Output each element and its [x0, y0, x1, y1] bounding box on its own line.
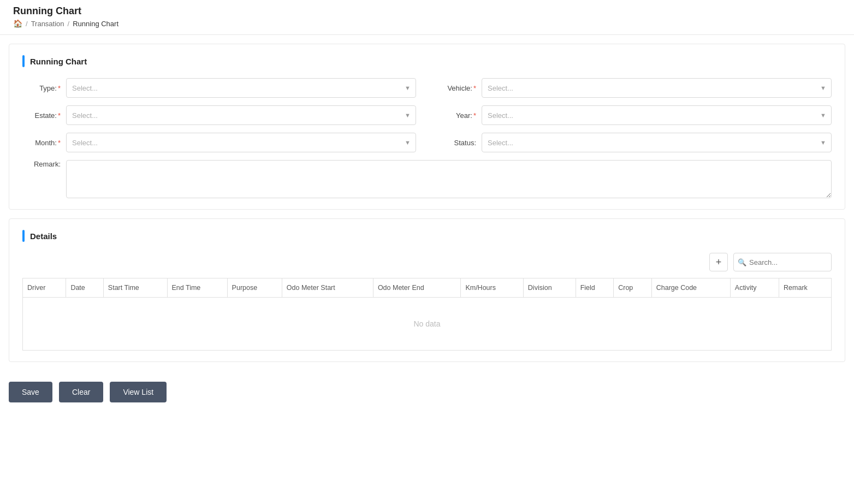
col-start-time: Start Time	[103, 278, 167, 298]
table-header-row: Driver Date Start Time End Time Purpose …	[23, 278, 832, 298]
col-field: Field	[576, 278, 614, 298]
breadcrumb-current: Running Chart	[73, 20, 118, 28]
col-charge-code: Charge Code	[651, 278, 730, 298]
estate-select[interactable]: Select...	[66, 105, 416, 125]
no-data-row: No data	[23, 298, 832, 351]
save-button[interactable]: Save	[9, 382, 52, 402]
col-odo-end: Odo Meter End	[373, 278, 460, 298]
breadcrumb: 🏠 / Transation / Running Chart	[13, 19, 841, 28]
type-row: Type:* Select... ▼	[22, 78, 416, 98]
month-select-wrapper: Select... ▼	[66, 133, 416, 152]
col-purpose: Purpose	[227, 278, 282, 298]
form-section-card: Running Chart Type:* Select... ▼ Vehicle…	[9, 44, 845, 210]
year-required: *	[473, 111, 476, 120]
status-row: Status: Select... ▼	[438, 133, 832, 152]
table-toolbar: + 🔍	[22, 253, 832, 271]
page-wrapper: Running Chart 🏠 / Transation / Running C…	[0, 0, 854, 504]
remark-label: Remark:	[22, 160, 61, 168]
footer-bar: Save Clear View List	[0, 371, 854, 413]
breadcrumb-section: Transation	[31, 20, 64, 28]
col-end-time: End Time	[167, 278, 227, 298]
page-title-bar: Running Chart 🏠 / Transation / Running C…	[0, 0, 854, 30]
year-select[interactable]: Select...	[482, 105, 832, 125]
vehicle-required: *	[473, 84, 476, 92]
breadcrumb-sep2: /	[68, 20, 70, 28]
month-required: *	[58, 139, 61, 147]
col-division: Division	[523, 278, 576, 298]
type-label: Type:*	[22, 84, 61, 92]
col-date: Date	[66, 278, 103, 298]
month-label: Month:*	[22, 139, 61, 147]
type-select[interactable]: Select...	[66, 78, 416, 98]
status-select-wrapper: Select... ▼	[482, 133, 832, 152]
details-accent-bar	[22, 230, 25, 242]
col-km-hours: Km/Hours	[461, 278, 523, 298]
vehicle-select[interactable]: Select...	[482, 78, 832, 98]
estate-select-wrapper: Select... ▼	[66, 105, 416, 125]
breadcrumb-sep1: /	[26, 20, 28, 28]
view-list-button[interactable]: View List	[110, 382, 167, 402]
col-remark: Remark	[779, 278, 832, 298]
col-crop: Crop	[614, 278, 652, 298]
page-title: Running Chart	[13, 5, 841, 17]
add-row-button[interactable]: +	[709, 253, 728, 271]
details-section-title: Details	[30, 232, 57, 241]
vehicle-label: Vehicle:*	[438, 84, 476, 92]
col-driver: Driver	[23, 278, 66, 298]
form-grid: Type:* Select... ▼ Vehicle:* Select...	[22, 78, 832, 152]
col-activity: Activity	[730, 278, 779, 298]
year-label: Year:*	[438, 111, 476, 120]
clear-button[interactable]: Clear	[59, 382, 103, 402]
search-input[interactable]	[733, 253, 832, 271]
form-section-title: Running Chart	[30, 57, 87, 66]
estate-row: Estate:* Select... ▼	[22, 105, 416, 125]
estate-label: Estate:*	[22, 111, 61, 120]
month-select[interactable]: Select...	[66, 133, 416, 152]
year-select-wrapper: Select... ▼	[482, 105, 832, 125]
home-icon: 🏠	[13, 19, 22, 28]
status-label: Status:	[438, 139, 476, 147]
search-icon: 🔍	[738, 258, 746, 266]
status-select[interactable]: Select...	[482, 133, 832, 152]
year-row: Year:* Select... ▼	[438, 105, 832, 125]
vehicle-select-wrapper: Select... ▼	[482, 78, 832, 98]
type-select-wrapper: Select... ▼	[66, 78, 416, 98]
table-head: Driver Date Start Time End Time Purpose …	[23, 278, 832, 298]
search-wrapper: 🔍	[733, 253, 832, 271]
section-accent-bar	[22, 55, 25, 67]
col-odo-start: Odo Meter Start	[282, 278, 373, 298]
no-data-cell: No data	[23, 298, 832, 351]
details-section-header: Details	[22, 230, 832, 242]
month-row: Month:* Select... ▼	[22, 133, 416, 152]
details-section-card: Details + 🔍 Driver Date Start Time End T…	[9, 218, 845, 362]
table-body: No data	[23, 298, 832, 351]
estate-required: *	[58, 111, 61, 120]
vehicle-row: Vehicle:* Select... ▼	[438, 78, 832, 98]
remark-row: Remark:	[22, 160, 832, 198]
remark-textarea[interactable]	[66, 160, 832, 198]
data-table: Driver Date Start Time End Time Purpose …	[22, 278, 832, 351]
form-section-header: Running Chart	[22, 55, 832, 67]
type-required: *	[58, 84, 61, 92]
header-divider	[0, 34, 854, 35]
